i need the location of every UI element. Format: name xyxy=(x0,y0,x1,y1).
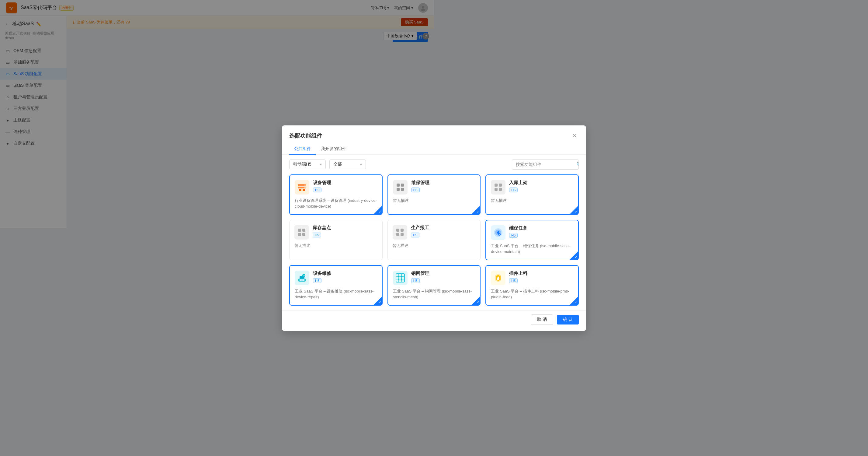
card-name-5: 生产报工 xyxy=(411,225,429,228)
modal-overlay[interactable]: 选配功能组件 ✕ 公共组件 我开发的组件 移动端H5 ▾ 全部 ▾ 🔍 xyxy=(0,0,434,228)
card-title-wrap-4: 库存盘点 H5 xyxy=(313,225,331,228)
card-title-wrap: 设备管理 H5 xyxy=(313,180,331,192)
check-mark-1 xyxy=(373,206,382,214)
card-icon-device xyxy=(295,180,309,195)
card-icon-gray-1 xyxy=(393,180,407,195)
dialog-grid: 设备管理 H5 行业设备管理系统 – 设备管理 (industry-device… xyxy=(282,174,434,228)
dialog: 选配功能组件 ✕ 公共组件 我开发的组件 移动端H5 ▾ 全部 ▾ 🔍 xyxy=(282,125,434,228)
svg-rect-6 xyxy=(299,189,301,191)
svg-point-8 xyxy=(304,184,306,186)
svg-point-9 xyxy=(304,187,306,188)
filter-category-select[interactable]: 全部 ▾ xyxy=(330,160,366,169)
card-desc-2: 暂无描述 xyxy=(393,198,434,204)
card-header: 设备管理 H5 xyxy=(295,180,377,195)
svg-rect-10 xyxy=(397,183,400,187)
tab-public[interactable]: 公共组件 xyxy=(289,144,316,154)
filter-category-arrow: ▾ xyxy=(360,162,362,167)
filter-type-select[interactable]: 移动端H5 ▾ xyxy=(289,160,326,169)
card-name-2: 维保管理 xyxy=(411,180,429,186)
svg-rect-13 xyxy=(401,188,404,191)
dialog-title: 选配功能组件 xyxy=(289,132,322,139)
card-production[interactable]: 生产报工 H5 暂无描述 xyxy=(388,220,434,228)
svg-rect-11 xyxy=(401,183,404,187)
card-title-wrap-2: 维保管理 H5 xyxy=(411,180,429,192)
card-header-2: 维保管理 H5 xyxy=(393,180,434,195)
card-maintenance-mgmt[interactable]: 维保管理 H5 暂无描述 xyxy=(388,174,434,215)
dialog-tabs: 公共组件 我开发的组件 xyxy=(282,140,434,154)
card-name-4: 库存盘点 xyxy=(313,225,331,228)
filter-category-label: 全部 xyxy=(333,162,342,167)
card-header-4: 库存盘点 H5 xyxy=(294,225,377,228)
card-icon-gray-3 xyxy=(294,225,309,228)
h5-tag: H5 xyxy=(313,188,321,192)
filter-type-label: 移动端H5 xyxy=(293,162,311,167)
h5-tag-2: H5 xyxy=(411,188,420,192)
card-header-5: 生产报工 H5 xyxy=(393,225,434,228)
tab-mine[interactable]: 我开发的组件 xyxy=(316,144,351,154)
dialog-filters: 移动端H5 ▾ 全部 ▾ 🔍 xyxy=(282,154,434,174)
card-icon-gray-4 xyxy=(393,225,407,228)
svg-rect-7 xyxy=(303,189,305,191)
card-name: 设备管理 xyxy=(313,180,331,186)
dialog-header: 选配功能组件 ✕ xyxy=(282,125,434,140)
card-desc: 行业设备管理系统 – 设备管理 (industry-device-cloud-m… xyxy=(295,198,377,209)
card-device-mgmt[interactable]: 设备管理 H5 行业设备管理系统 – 设备管理 (industry-device… xyxy=(289,174,382,215)
card-inventory[interactable]: 库存盘点 H5 暂无描述 xyxy=(289,220,382,228)
card-title-wrap-5: 生产报工 H5 xyxy=(411,225,429,228)
filter-type-arrow: ▾ xyxy=(320,162,322,167)
svg-rect-12 xyxy=(397,188,400,191)
